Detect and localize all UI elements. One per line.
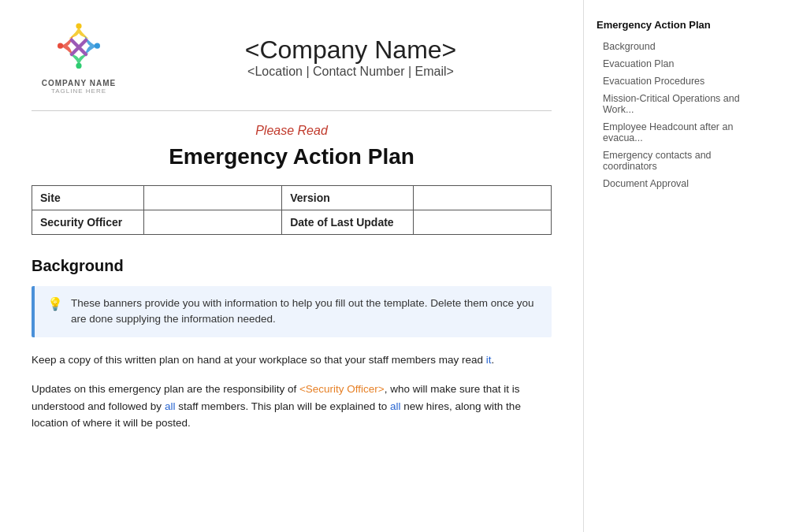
header-divider [32, 110, 552, 111]
company-subtitle: <Location | Contact Number | Email> [150, 65, 552, 79]
version-label: Version [282, 186, 414, 210]
para2-all2: all [390, 400, 401, 412]
company-name-small: COMPANY NAME [42, 79, 116, 87]
body-paragraph-2: Updates on this emergency plan are the r… [32, 381, 552, 432]
sidebar-item-document-approval[interactable]: Document Approval [597, 176, 766, 192]
sidebar-title: Emergency Action Plan [597, 19, 766, 31]
lightbulb-icon: 💡 [47, 296, 63, 311]
header-center: <Company Name> <Location | Contact Numbe… [150, 35, 552, 79]
logo-area: COMPANY NAME TAGLINE HERE [32, 19, 126, 95]
officer-value [144, 210, 282, 235]
para2-prefix: Updates on this emergency plan are the r… [32, 383, 299, 395]
sidebar-item-background[interactable]: Background [597, 39, 766, 54]
svg-point-0 [76, 23, 81, 28]
info-banner: 💡 These banners provide you with informa… [32, 286, 552, 337]
svg-point-2 [95, 43, 100, 49]
svg-point-3 [76, 63, 81, 69]
main-content: COMPANY NAME TAGLINE HERE <Company Name>… [0, 0, 583, 532]
officer-label: Security Officer [32, 210, 144, 235]
company-logo [50, 19, 107, 76]
right-sidebar: Emergency Action Plan Background Evacuat… [583, 0, 779, 532]
header: COMPANY NAME TAGLINE HERE <Company Name>… [32, 19, 552, 95]
sidebar-item-mission-critical[interactable]: Mission-Critical Operations and Work... [597, 91, 766, 117]
table-row: Site Version [32, 186, 552, 210]
sidebar-item-emergency-contacts[interactable]: Emergency contacts and coordinators [597, 147, 766, 174]
date-value [413, 210, 551, 235]
site-value [144, 186, 282, 210]
security-officer-ref: <Security Officer> [299, 383, 385, 395]
background-section-title: Background [32, 257, 552, 275]
svg-point-1 [58, 43, 63, 49]
para1-text: Keep a copy of this written plan on hand… [32, 354, 486, 366]
banner-text: These banners provide you with informati… [71, 296, 539, 328]
tagline-small: TAGLINE HERE [51, 87, 106, 95]
para2-all1: all [165, 400, 176, 412]
document-title: Emergency Action Plan [32, 144, 552, 169]
sidebar-item-evacuation-procedures[interactable]: Evacuation Procedures [597, 73, 766, 89]
site-label: Site [32, 186, 144, 210]
para1-it: it [486, 354, 492, 366]
para2-mid: staff members. This plan will be explain… [175, 400, 390, 412]
body-paragraph-1: Keep a copy of this written plan on hand… [32, 352, 552, 369]
sidebar-item-headcount[interactable]: Employee Headcount after an evacua... [597, 119, 766, 146]
please-read-label: Please Read [32, 124, 552, 138]
sidebar-item-evacuation-plan[interactable]: Evacuation Plan [597, 56, 766, 72]
para1-period: . [492, 354, 495, 366]
company-title: <Company Name> [150, 35, 552, 65]
version-value [413, 186, 551, 210]
table-row: Security Officer Date of Last Update [32, 210, 552, 235]
info-table: Site Version Security Officer Date of La… [32, 185, 552, 235]
date-label: Date of Last Update [282, 210, 414, 235]
